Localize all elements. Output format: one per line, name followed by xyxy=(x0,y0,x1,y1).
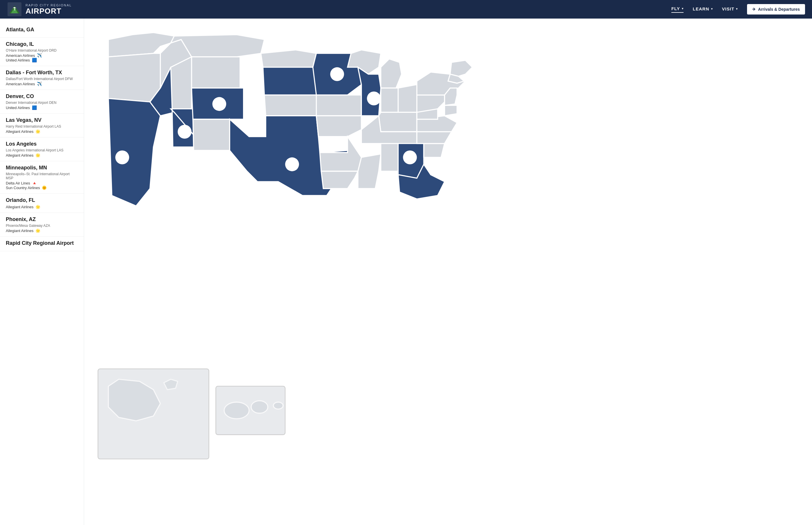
main-content: Atlanta, GAChicago, ILO'Hare Internation… xyxy=(0,18,812,525)
map-area: .state { stroke: #fff; stroke-width: 1.5… xyxy=(84,18,812,525)
destination-item[interactable]: Las Vegas, NVHarry Reid International Ai… xyxy=(0,114,84,137)
svg-point-10 xyxy=(285,158,299,171)
destination-item[interactable]: Dallas - Fort Worth, TXDallas/Fort Worth… xyxy=(0,66,84,90)
destination-airline: American Airlines✈️ xyxy=(6,81,78,86)
airline-name: Allegiant Airlines xyxy=(6,129,33,134)
destination-airline: Allegiant Airlines🌟 xyxy=(6,228,78,233)
destination-item[interactable]: Los AngelesLos Angeles International Air… xyxy=(0,137,84,161)
destination-item[interactable]: Orlando, FLAllegiant Airlines🌟 xyxy=(0,194,84,213)
airline-name: Allegiant Airlines xyxy=(6,228,33,233)
destination-city: Phoenix, AZ xyxy=(6,216,78,223)
airline-name: Allegiant Airlines xyxy=(6,205,33,209)
destination-city: Dallas - Fort Worth, TX xyxy=(6,70,78,76)
destination-airport: Dallas/Fort Worth International Airport … xyxy=(6,77,78,81)
svg-point-7 xyxy=(251,401,268,413)
nav-learn[interactable]: LEARN ▾ xyxy=(693,6,713,13)
destination-city: Orlando, FL xyxy=(6,197,78,203)
destination-city: Denver, CO xyxy=(6,93,78,100)
airline-name: Allegiant Airlines xyxy=(6,153,33,158)
airline-logo-icon: 🌞 xyxy=(41,185,48,190)
destination-airline: Allegiant Airlines🌟 xyxy=(6,205,78,209)
destination-item[interactable]: Phoenix, AZPhoenix/Mesa Gateway AZAAlleg… xyxy=(0,213,84,237)
chevron-down-icon: ▾ xyxy=(682,7,684,10)
airline-name: American Airlines xyxy=(6,82,35,86)
plane-icon: ✈ xyxy=(752,7,756,12)
svg-point-9 xyxy=(212,97,226,111)
destination-item[interactable]: Minneapolis, MNMinneapolis–St. Paul Inte… xyxy=(0,161,84,194)
destination-airline: Delta Air Lines🔺 xyxy=(6,181,78,185)
destination-airport: O'Hare International Airport ORD xyxy=(6,48,78,52)
destination-item[interactable]: Chicago, ILO'Hare International Airport … xyxy=(0,38,84,66)
svg-point-13 xyxy=(178,125,192,139)
destination-city: Atlanta, GA xyxy=(6,27,78,33)
nav-visit[interactable]: VISIT ▾ xyxy=(722,6,738,13)
main-nav: FLY ▾ LEARN ▾ VISIT ▾ ✈ Arrivals & Depar… xyxy=(671,4,805,15)
destination-airport: Harry Reid International Airport LAS xyxy=(6,124,78,129)
destination-airline: Allegiant Airlines🌟 xyxy=(6,153,78,158)
airline-logo-icon: 🌟 xyxy=(34,129,41,134)
destination-airport: Los Angeles International Airport LAS xyxy=(6,148,78,152)
us-map: .state { stroke: #fff; stroke-width: 1.5… xyxy=(84,18,812,525)
airline-name: Sun Country Airlines xyxy=(6,186,40,190)
airline-logo-icon: 🌟 xyxy=(34,205,41,209)
logo-icon xyxy=(7,2,22,17)
airline-name: United Airlines xyxy=(6,58,30,62)
airline-name: American Airlines xyxy=(6,54,35,58)
destination-airline: United Airlines🟦 xyxy=(6,58,78,62)
chevron-down-icon: ▾ xyxy=(711,7,713,11)
chevron-down-icon: ▾ xyxy=(736,7,738,11)
airline-logo-icon: 🟦 xyxy=(31,105,37,110)
destination-city: Chicago, IL xyxy=(6,41,78,47)
destination-airline: American Airlines✈️ xyxy=(6,53,78,58)
logo-bottom-line: AIRPORT xyxy=(26,7,72,15)
site-header: RAPID CITY REGIONAL AIRPORT FLY ▾ LEARN … xyxy=(0,0,812,18)
destination-airline: United Airlines🟦 xyxy=(6,105,78,110)
logo-area: RAPID CITY REGIONAL AIRPORT xyxy=(7,2,72,17)
destination-airline: Allegiant Airlines🌟 xyxy=(6,129,78,134)
logo-top-line: RAPID CITY REGIONAL xyxy=(26,3,72,7)
destination-city: Las Vegas, NV xyxy=(6,117,78,123)
svg-point-14 xyxy=(116,151,129,164)
svg-point-15 xyxy=(403,151,417,164)
destination-city: Minneapolis, MN xyxy=(6,165,78,171)
arrivals-departures-button[interactable]: ✈ Arrivals & Departures xyxy=(747,4,805,15)
destination-item[interactable]: Atlanta, GA xyxy=(0,23,84,38)
destination-item[interactable]: Denver, CODenver International Airport D… xyxy=(0,90,84,114)
us-map-svg: .state { stroke: #fff; stroke-width: 1.5… xyxy=(84,18,812,525)
airline-logo-icon: 🔺 xyxy=(31,181,38,185)
destination-airline: Sun Country Airlines🌞 xyxy=(6,185,78,190)
destination-airport: Denver International Airport DEN xyxy=(6,101,78,105)
airline-logo-icon: 🌟 xyxy=(34,153,41,158)
airline-name: United Airlines xyxy=(6,106,30,110)
svg-point-6 xyxy=(224,402,249,419)
destinations-sidebar: Atlanta, GAChicago, ILO'Hare Internation… xyxy=(0,18,84,525)
nav-fly[interactable]: FLY ▾ xyxy=(671,6,684,13)
airline-logo-icon: 🟦 xyxy=(31,58,37,62)
airline-logo-icon: ✈️ xyxy=(36,81,42,86)
destination-airport: Phoenix/Mesa Gateway AZA xyxy=(6,224,78,228)
svg-point-12 xyxy=(367,91,381,105)
destination-airport: Minneapolis–St. Paul International Airpo… xyxy=(6,172,78,180)
airline-logo-icon: ✈️ xyxy=(36,53,42,58)
logo-text: RAPID CITY REGIONAL AIRPORT xyxy=(26,3,72,15)
svg-point-11 xyxy=(330,67,344,81)
svg-point-8 xyxy=(274,402,283,409)
destination-item[interactable]: Rapid City Regional Airport xyxy=(0,237,84,251)
airline-logo-icon: 🌟 xyxy=(34,228,41,233)
destination-city: Rapid City Regional Airport xyxy=(6,240,78,246)
airline-name: Delta Air Lines xyxy=(6,181,30,185)
destination-city: Los Angeles xyxy=(6,141,78,147)
